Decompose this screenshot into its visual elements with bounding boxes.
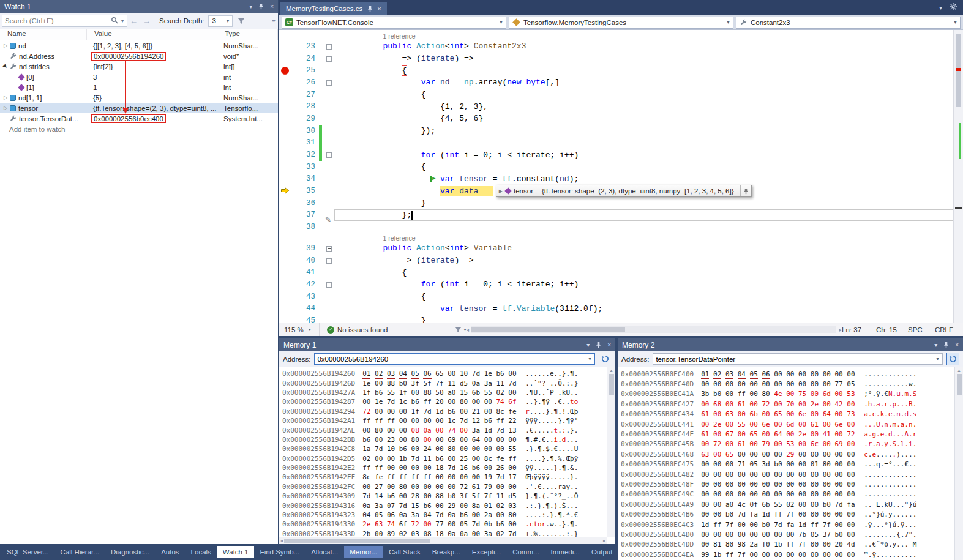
gear-icon[interactable] (950, 3, 957, 12)
address-combo[interactable]: ▾ (314, 353, 595, 365)
scroll-right-icon[interactable]: ▸ (603, 538, 605, 543)
bottom-tab-locals[interactable]: Locals (185, 546, 217, 558)
fold-collapse-icon[interactable] (326, 282, 332, 288)
bottom-tab-comm[interactable]: Comm... (507, 546, 544, 558)
fold-collapse-icon[interactable] (326, 258, 332, 264)
pin-icon[interactable] (596, 342, 601, 348)
scroll-left-icon[interactable]: ◂ (466, 327, 469, 333)
bottom-tab-allocat[interactable]: Allocat... (305, 546, 343, 558)
close-icon[interactable]: × (270, 4, 274, 10)
code-line-23[interactable]: 23public Action<int> Constant2x3 (279, 40, 953, 53)
scroll-up-icon[interactable]: ▲ (609, 368, 613, 373)
code-line-32[interactable]: 32for (int i = 0; i < iterate; i++) (279, 149, 953, 161)
code-line-38[interactable]: 38 (279, 221, 953, 233)
editor-horizontal-scrollbar[interactable] (471, 326, 836, 333)
fold-collapse-icon[interactable] (326, 44, 332, 50)
diagnostics-filter[interactable]: ▾ (455, 327, 466, 333)
watch-row[interactable]: nd.Address0x000002556b194260void* (0, 51, 278, 61)
bottom-tab-immedi[interactable]: Immedi... (545, 546, 585, 558)
code-line-39[interactable]: 39public Action<int> Variable (279, 242, 953, 255)
fold-collapse-icon[interactable] (326, 56, 332, 62)
chevron-down-icon[interactable]: ▾ (933, 356, 942, 362)
address-combo[interactable]: ▾ (653, 353, 943, 365)
zoom-select[interactable]: 115 % ▾ (279, 323, 320, 336)
scroll-left-icon[interactable]: ◂ (280, 538, 283, 543)
fold-collapse-icon[interactable] (326, 246, 332, 252)
code-line-44[interactable]: 44var tensor = tf.Variable(3112.0f); (279, 302, 953, 315)
watch-row[interactable]: ▷nd[1, 1]{5}NumShar... (0, 92, 278, 103)
bottom-tab-excepti[interactable]: Excepti... (467, 546, 506, 558)
code-line-43[interactable]: 43{ (279, 291, 953, 303)
watch-row[interactable]: ▷tensor{tf.Tensor: shape=(2, 3), dtype=u… (0, 103, 278, 113)
code-line-25[interactable]: 25{ (279, 64, 953, 77)
codelens-references[interactable]: 1 reference (383, 234, 415, 242)
search-depth-select[interactable]: 3 ▾ (208, 15, 233, 27)
code-line-37[interactable]: 37✎}; (279, 209, 953, 222)
close-icon[interactable]: × (377, 5, 381, 12)
datatip[interactable]: ▶tensor{tf.Tensor: shape=(2, 3), dtype=u… (496, 185, 752, 197)
code-line-31[interactable]: 31 (279, 137, 953, 149)
document-health-indicator[interactable]: ✓ No issues found (327, 326, 388, 334)
chevron-down-icon[interactable]: ▾ (224, 18, 232, 24)
fold-collapse-icon[interactable] (326, 80, 332, 86)
editor-vertical-scrollbar[interactable] (953, 30, 963, 323)
search-box[interactable]: ▾ (2, 15, 127, 27)
watch-row[interactable]: tensor.TensorDat...0x000002556b0ec400Sys… (0, 113, 278, 124)
expander-closed-icon[interactable]: ▷ (2, 43, 9, 48)
bottom-tab-diagnostic[interactable]: Diagnostic... (105, 546, 155, 558)
scrollbar-thumb[interactable] (471, 327, 625, 332)
chevron-down-icon[interactable]: ▾ (724, 20, 733, 25)
address-input[interactable] (315, 356, 585, 363)
breakpoint-icon[interactable] (281, 67, 289, 75)
bottom-tab-watch-1[interactable]: Watch 1 (217, 546, 254, 558)
bottom-tab-sql-server[interactable]: SQL Server... (1, 546, 54, 558)
expander-closed-icon[interactable]: ▷ (2, 95, 9, 100)
watch-row[interactable]: ▶nd.strides{int[2]}int[] (0, 61, 278, 72)
filter-icon[interactable] (238, 18, 245, 24)
document-list-chevron-icon[interactable]: ▾ (939, 4, 942, 11)
search-options-caret-icon[interactable]: ▾ (118, 18, 127, 24)
code-line-29[interactable]: 29{4, 5, 6} (279, 113, 953, 125)
search-input[interactable] (2, 17, 111, 24)
type-dropdown[interactable]: Tensorflow.MemoryTestingCases ▾ (509, 17, 733, 29)
expander-closed-icon[interactable]: ▷ (2, 105, 9, 111)
watch-titlebar[interactable]: Watch 1 ▾ × (0, 0, 278, 13)
search-forward-icon[interactable]: → (143, 17, 151, 26)
bottom-tab-output[interactable]: Output (586, 546, 615, 558)
bottom-tab-find-symb[interactable]: Find Symb... (255, 546, 305, 558)
memory-2-titlebar[interactable]: Memory 2 ▾ × (618, 338, 963, 351)
refresh-icon[interactable] (599, 353, 612, 365)
memory-2-hex-dump[interactable]: 0x000002556B0EC4000102030405060000000000… (618, 367, 963, 560)
bottom-tab-autos[interactable]: Autos (156, 546, 184, 558)
code-line-30[interactable]: 30}); (279, 125, 953, 137)
bottom-tab-call-hierar[interactable]: Call Hierar... (55, 546, 105, 558)
watch-column-value[interactable]: Value (87, 29, 217, 40)
scrollbar-thumb[interactable] (957, 374, 962, 395)
codelens-references[interactable]: 1 reference (383, 32, 415, 40)
code-line-33[interactable]: 33{ (279, 161, 953, 173)
chevron-down-icon[interactable]: ▾ (496, 20, 506, 25)
scroll-up-icon[interactable]: ▲ (957, 368, 961, 373)
memory-1-vertical-scrollbar[interactable]: ▲ (607, 367, 615, 537)
bottom-tab-memor[interactable]: Memor... (344, 546, 383, 558)
code-line-41[interactable]: 41{ (279, 266, 953, 278)
close-icon[interactable]: × (607, 342, 611, 348)
pin-icon[interactable] (367, 6, 373, 12)
chevron-down-icon[interactable]: ▾ (951, 20, 960, 25)
code-line-26[interactable]: 26var nd = np.array(new byte[,] (279, 77, 953, 89)
datatip-expander-icon[interactable]: ▶ (496, 189, 505, 194)
scrollbar-thumb[interactable] (609, 374, 614, 395)
chevron-down-icon[interactable]: ▾ (585, 356, 594, 362)
code-line-40[interactable]: 40=> (iterate) => (279, 255, 953, 267)
run-to-cursor-icon[interactable]: ▶ (430, 176, 435, 182)
watch-column-name[interactable]: Name (0, 29, 87, 40)
pin-icon[interactable] (258, 3, 264, 10)
watch-row[interactable]: Add item to watch (0, 124, 278, 134)
bottom-tab-breakp[interactable]: Breakp... (427, 546, 466, 558)
scrollbar-thumb[interactable] (284, 539, 430, 543)
refresh-icon[interactable] (946, 353, 959, 365)
code-line-24[interactable]: 24=> (iterate) => (279, 53, 953, 65)
address-input[interactable] (653, 356, 933, 363)
watch-column-type[interactable]: Type (217, 29, 278, 40)
watch-row[interactable]: [1]1int (0, 82, 278, 92)
